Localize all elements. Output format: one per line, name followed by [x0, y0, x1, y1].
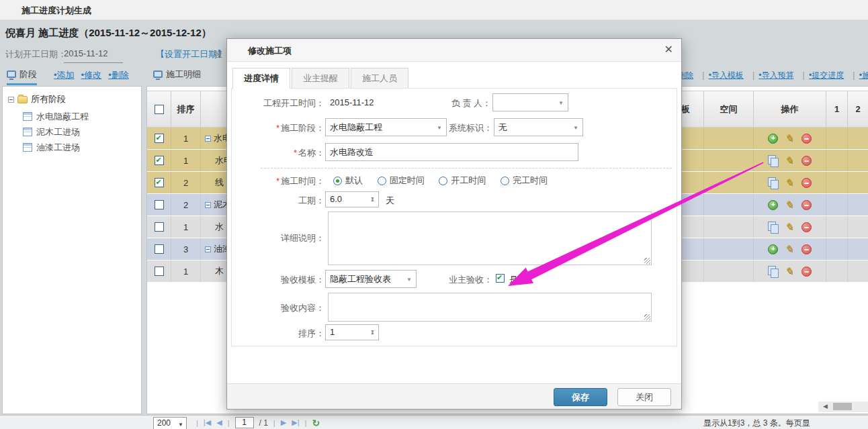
row-checkbox[interactable] [155, 222, 164, 232]
radio-icon [378, 177, 386, 185]
select-all-checkbox[interactable] [155, 105, 164, 114]
owner-accept-label: 业主验收： [398, 274, 492, 286]
radio-fixed-time[interactable]: 固定时间 [378, 175, 425, 187]
owner-accept-checkbox[interactable] [496, 274, 505, 283]
row-checkbox[interactable] [155, 178, 164, 187]
row-checkbox[interactable] [155, 156, 164, 165]
submit-progress-link[interactable]: •提交进度 [809, 70, 844, 80]
sys-flag-label: 系统标识： [398, 122, 492, 134]
row-order: 3 [171, 238, 201, 260]
stage-modify-link[interactable]: •修改 [81, 70, 102, 80]
delete-icon[interactable] [801, 267, 812, 277]
row-checkbox[interactable] [155, 267, 164, 276]
header-col2: 2 [848, 91, 868, 127]
tree-root-all-stages[interactable]: 所有阶段 [8, 93, 66, 105]
page-size-select[interactable]: 200 [153, 417, 187, 429]
tree-item-label: 油漆工进场 [36, 142, 80, 154]
radio-default[interactable]: 默认 [333, 175, 363, 187]
accept-content-textarea[interactable] [328, 293, 652, 322]
collapse-icon[interactable] [8, 97, 14, 103]
add-icon[interactable] [768, 134, 778, 144]
row-name: 木 [215, 265, 224, 277]
dialog-title: 修改施工项 [248, 45, 292, 57]
save-button[interactable]: 保存 [554, 388, 607, 406]
delete-icon[interactable] [801, 178, 812, 188]
edit-icon[interactable] [785, 134, 795, 144]
prev-page-icon[interactable]: ◀ [216, 418, 222, 427]
page-title: 倪喜月 施工进度（2015-11-12～2015-12-12） [5, 27, 212, 40]
refresh-icon[interactable]: ↻ [312, 418, 320, 428]
owner-accept-yes: 是 [509, 274, 518, 286]
name-input[interactable]: 水电路改造 [325, 143, 578, 161]
sys-flag-dropdown[interactable]: 无 [494, 118, 583, 136]
delete-icon[interactable] [801, 244, 812, 254]
tree-item-nimu[interactable]: 泥木工进场 [23, 124, 89, 140]
scroll-left-icon[interactable]: ◀ [823, 403, 828, 410]
edit-item-dialog: 修改施工项 ✕ 进度详情 业主提醒 施工人员 工程开工时间： 2015-11-1… [226, 38, 682, 410]
table-icon [23, 128, 32, 136]
first-page-icon[interactable]: |◀ [204, 418, 211, 427]
work-time-label: *施工时间： [230, 175, 324, 187]
copy-icon[interactable] [768, 266, 778, 277]
table-icon [23, 112, 32, 121]
stage-add-link[interactable]: •添加 [54, 70, 75, 80]
edit-icon[interactable] [785, 222, 795, 232]
copy-icon[interactable] [768, 222, 778, 232]
next-page-icon[interactable]: ▶ [281, 418, 286, 427]
edit-icon[interactable] [785, 178, 795, 188]
import-budget-link[interactable]: •导入预算 [758, 70, 793, 80]
close-button[interactable]: 关闭 [617, 388, 671, 406]
radio-icon [333, 177, 342, 185]
import-template-link[interactable]: •导入模板 [709, 70, 744, 80]
last-page-icon[interactable]: ▶| [292, 418, 299, 427]
tab-workers[interactable]: 施工人员 [351, 68, 408, 89]
finish-date-label-partial: 竣 [214, 48, 222, 60]
delete-icon[interactable] [801, 200, 812, 210]
duration-stepper[interactable]: 6.0 [325, 191, 379, 207]
row-checkbox[interactable] [155, 134, 164, 143]
row-checkbox[interactable] [155, 200, 164, 209]
radio-finish-time[interactable]: 完工时间 [501, 175, 548, 187]
tab-owner-remind[interactable]: 业主提醒 [292, 68, 349, 89]
dialog-header[interactable]: 修改施工项 ✕ [227, 39, 681, 62]
scrollbar-thumb[interactable] [833, 403, 852, 410]
description-textarea[interactable] [328, 211, 652, 265]
delete-icon[interactable] [801, 222, 812, 232]
stage-panel-title: 阶段 [19, 69, 37, 79]
delete-icon[interactable] [801, 134, 812, 144]
header-col1: 1 [826, 91, 848, 127]
detail-toolbar: •批量删除| •导入模板| •导入预算| •提交进度| •施 [658, 70, 868, 81]
copy-icon[interactable] [768, 177, 778, 188]
toolbar-link-partial[interactable]: •施 [859, 70, 868, 80]
horizontal-scrollbar[interactable]: ◀ [818, 401, 868, 412]
sort-stepper[interactable]: 1 [325, 324, 379, 340]
add-icon[interactable] [768, 200, 778, 210]
stage-delete-link[interactable]: •删除 [108, 70, 129, 80]
work-time-radios: 默认 固定时间 开工时间 完工时间 [333, 175, 560, 187]
collapse-icon[interactable] [205, 136, 211, 142]
edit-icon[interactable] [785, 267, 795, 277]
edit-icon[interactable] [785, 244, 795, 254]
row-checkbox[interactable] [155, 244, 164, 254]
delete-icon[interactable] [801, 156, 812, 166]
collapse-icon[interactable] [205, 202, 211, 208]
record-info: 显示从1到3，总 3 条。每页显 [703, 418, 810, 429]
tree-item-youqi[interactable]: 油漆工进场 [23, 140, 89, 155]
edit-icon[interactable] [785, 200, 795, 210]
top-bar: 施工进度计划生成 [0, 0, 868, 20]
copy-icon[interactable] [768, 155, 778, 166]
page-number-input[interactable]: 1 [235, 417, 254, 428]
monitor-icon [153, 70, 163, 78]
add-icon[interactable] [768, 244, 778, 254]
manager-label: 负 责 人： [397, 97, 491, 109]
edit-icon[interactable] [785, 156, 795, 166]
tab-progress-detail[interactable]: 进度详情 [232, 68, 290, 89]
header-space: 空间 [704, 91, 754, 127]
collapse-icon[interactable] [205, 246, 211, 252]
tree-item-shuidian[interactable]: 水电隐蔽工程 [23, 109, 89, 124]
manager-dropdown[interactable] [492, 93, 568, 111]
plan-start-date-field[interactable]: 2015-11-12 [64, 48, 123, 63]
radio-start-time[interactable]: 开工时间 [439, 175, 486, 187]
close-icon[interactable]: ✕ [664, 43, 673, 56]
row-order: 2 [171, 172, 201, 193]
